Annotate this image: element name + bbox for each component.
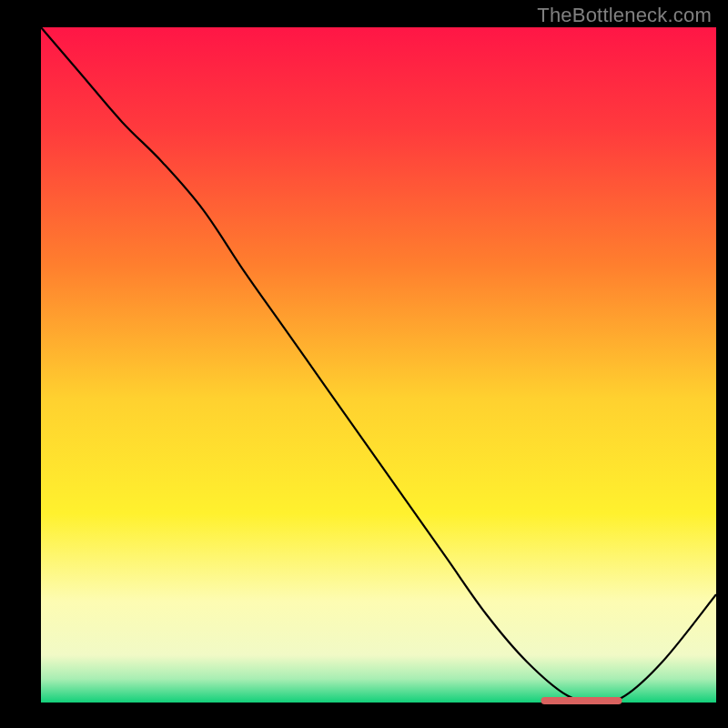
optimal-range-marker [541, 697, 622, 704]
curve-line [41, 27, 716, 702]
watermark-text: TheBottleneck.com [537, 4, 712, 27]
plot-area [41, 27, 716, 703]
chart-container: TheBottleneck.com [0, 0, 728, 728]
bottleneck-curve [41, 27, 716, 703]
